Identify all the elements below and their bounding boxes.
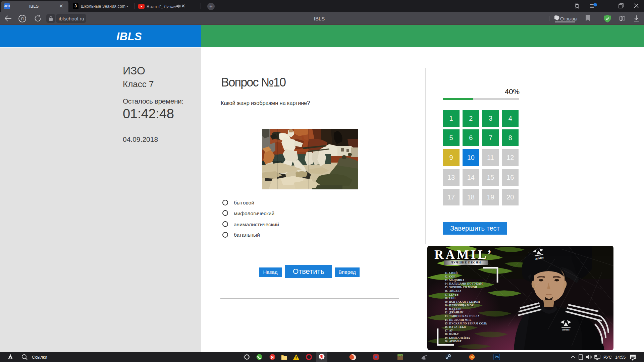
svg-text:adidas: adidas [562, 328, 570, 331]
svg-text:Я: Я [21, 17, 23, 21]
svg-text:Я: Я [271, 355, 274, 359]
svg-text:Ps: Ps [495, 355, 499, 359]
